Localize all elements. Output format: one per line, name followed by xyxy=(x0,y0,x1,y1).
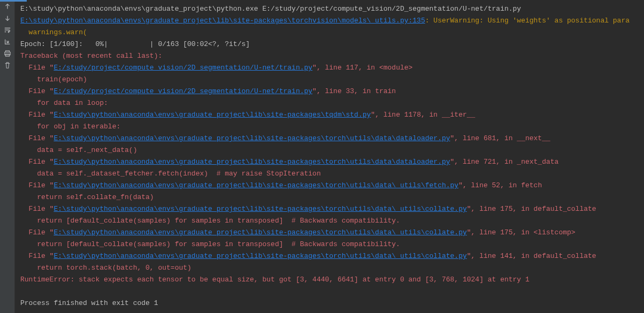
console-line: RuntimeError: stack expects each tensor … xyxy=(20,274,639,286)
console-line: File "E:\study\python\anaconda\envs\grad… xyxy=(20,250,639,262)
arrow-down-icon[interactable] xyxy=(3,14,12,22)
console-text: train(epoch) xyxy=(20,75,87,83)
console-line: return self.collate_fn(data) xyxy=(20,192,639,203)
soft-wrap-icon[interactable] xyxy=(3,26,12,34)
console-line: return [default_collate(samples) for sam… xyxy=(20,215,639,227)
console-line: File "E:\study\python\anaconda\envs\grad… xyxy=(20,203,639,215)
console-text: Epoch: [1/100]: 0%| | 0/163 [00:02<?, ?i… xyxy=(20,40,250,48)
console-line: File "E:\study\python\anaconda\envs\grad… xyxy=(20,227,639,239)
console-text: RuntimeError: stack expects each tensor … xyxy=(20,276,530,284)
console-text: File " xyxy=(20,111,53,119)
console-line: E:\study\python\anaconda\envs\graduate_p… xyxy=(20,15,639,27)
console-line: File "E:\study\python\anaconda\envs\grad… xyxy=(20,156,639,168)
console-gutter xyxy=(0,0,15,313)
console-text: ", line 175, in <listcomp> xyxy=(467,228,576,236)
console-line: for obj in iterable: xyxy=(20,121,639,133)
console-text: return [default_collate(samples) for sam… xyxy=(20,217,400,225)
console-text: File " xyxy=(20,252,53,260)
console-line: train(epoch) xyxy=(20,74,639,86)
console-line: return [default_collate(samples) for sam… xyxy=(20,239,639,250)
console-text: return torch.stack(batch, 0, out=out) xyxy=(20,264,191,272)
console-text: Traceback (most recent call last): xyxy=(20,52,162,60)
console-text: return self.collate_fn(data) xyxy=(20,193,154,201)
console-line: File "E:\study\python\anaconda\envs\grad… xyxy=(20,109,639,121)
console-line: data = self._next_data() xyxy=(20,144,639,156)
console-text: File " xyxy=(20,87,53,95)
console-text: ", line 33, in train xyxy=(312,87,396,95)
console-text: E:\study\python\anaconda\envs\graduate_p… xyxy=(20,5,521,13)
console-text: File " xyxy=(20,158,53,166)
trash-icon[interactable] xyxy=(3,61,12,70)
console-text: File " xyxy=(20,134,53,142)
tab-accent xyxy=(0,0,27,2)
console-line: File "E:\study\python\anaconda\envs\grad… xyxy=(20,180,639,192)
console-text: File " xyxy=(20,64,53,72)
console-line: for data in loop: xyxy=(20,97,639,109)
file-link[interactable]: E:\study\python\anaconda\envs\graduate_p… xyxy=(53,181,458,189)
console-text: : UserWarning: Using 'weights' as positi… xyxy=(425,17,630,25)
file-link[interactable]: E:\study\python\anaconda\envs\graduate_p… xyxy=(20,17,425,25)
file-link[interactable]: E:\study\python\anaconda\envs\graduate_p… xyxy=(53,111,371,119)
file-link[interactable]: E:/study/project/compute_vision/2D_segme… xyxy=(53,87,312,95)
scroll-to-end-icon[interactable] xyxy=(3,37,12,46)
console-line: warnings.warn( xyxy=(20,27,639,39)
console-text: ", line 681, in __next__ xyxy=(450,134,550,142)
console-text: File " xyxy=(20,181,53,189)
console-text: ", line 141, in default_collate xyxy=(467,252,596,260)
file-link[interactable]: E:/study/project/compute_vision/2D_segme… xyxy=(53,64,312,72)
console-line: File "E:/study/project/compute_vision/2D… xyxy=(20,86,639,97)
console-line: Traceback (most recent call last): xyxy=(20,50,639,62)
file-link[interactable]: E:\study\python\anaconda\envs\graduate_p… xyxy=(53,228,466,236)
console-output[interactable]: E:\study\python\anaconda\envs\graduate_p… xyxy=(15,0,644,313)
console-line: File "E:/study/project/compute_vision/2D… xyxy=(20,62,639,74)
console-line xyxy=(20,286,639,297)
file-link[interactable]: E:\study\python\anaconda\envs\graduate_p… xyxy=(53,158,450,166)
console-line: E:\study\python\anaconda\envs\graduate_p… xyxy=(20,3,639,15)
file-link[interactable]: E:\study\python\anaconda\envs\graduate_p… xyxy=(53,205,466,213)
console-text: ", line 52, in fetch xyxy=(458,181,542,189)
console-text: warnings.warn( xyxy=(20,28,87,36)
console-text: for obj in iterable: xyxy=(20,123,120,131)
console-text: data = self._next_data() xyxy=(20,146,137,154)
console-text: return [default_collate(samples) for sam… xyxy=(20,240,400,248)
console-text: File " xyxy=(20,205,53,213)
console-text: ", line 1178, in __iter__ xyxy=(371,111,475,119)
console-text: for data in loop: xyxy=(20,99,108,107)
console-text: File " xyxy=(20,228,53,236)
console-text: Process finished with exit code 1 xyxy=(20,299,158,307)
console-line: data = self._dataset_fetcher.fetch(index… xyxy=(20,168,639,180)
console-text: ", line 117, in <module> xyxy=(312,64,412,72)
console-line: File "E:\study\python\anaconda\envs\grad… xyxy=(20,133,639,144)
console-line: Epoch: [1/100]: 0%| | 0/163 [00:02<?, ?i… xyxy=(20,39,639,50)
console-text: ", line 175, in default_collate xyxy=(467,205,596,213)
arrow-up-icon[interactable] xyxy=(3,2,12,11)
print-icon[interactable] xyxy=(3,49,12,58)
console-text: ", line 721, in _next_data xyxy=(450,158,559,166)
file-link[interactable]: E:\study\python\anaconda\envs\graduate_p… xyxy=(53,134,450,142)
console-line: Process finished with exit code 1 xyxy=(20,297,639,309)
console-text: data = self._dataset_fetcher.fetch(index… xyxy=(20,170,321,178)
file-link[interactable]: E:\study\python\anaconda\envs\graduate_p… xyxy=(53,252,466,260)
console-line: return torch.stack(batch, 0, out=out) xyxy=(20,262,639,274)
